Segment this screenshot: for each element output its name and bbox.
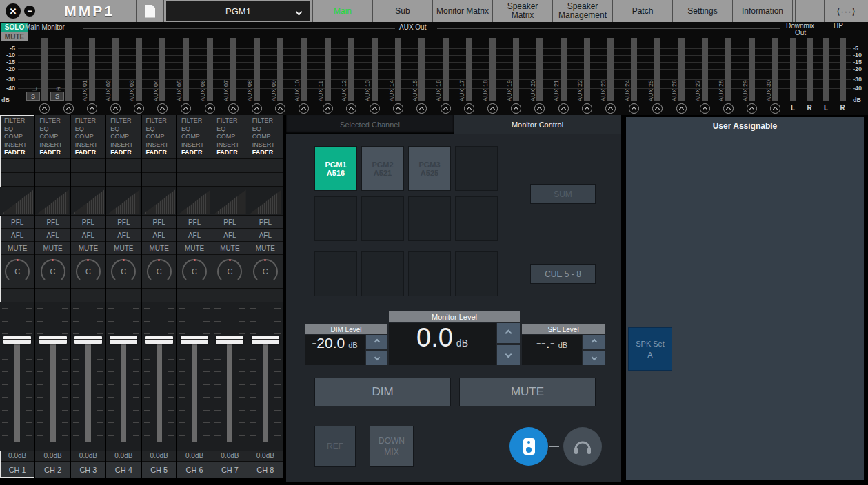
meter-over-icon[interactable] <box>747 103 757 114</box>
channel-name[interactable]: CH 6 <box>177 462 212 478</box>
channel-name[interactable]: CH 3 <box>71 462 105 478</box>
dim-button[interactable]: DIM <box>314 378 451 406</box>
meter-over-icon[interactable] <box>87 103 97 114</box>
tab-patch[interactable]: Patch <box>612 0 672 22</box>
fader-handle[interactable] <box>252 336 279 344</box>
mute-button[interactable]: MUTE <box>106 242 141 255</box>
downmix-button[interactable]: DOWN MIX <box>370 426 414 467</box>
meter-over-icon[interactable] <box>558 103 569 114</box>
headphone-output-button[interactable] <box>563 427 602 466</box>
comp-curve-display[interactable] <box>177 187 212 216</box>
meter-over-icon[interactable] <box>487 103 498 114</box>
meter-over-icon[interactable] <box>511 103 521 114</box>
meter-solo-button[interactable]: S <box>50 92 64 101</box>
eq-display[interactable] <box>248 159 283 173</box>
meter-over-icon[interactable] <box>63 103 74 114</box>
comp-curve-display[interactable] <box>106 187 141 216</box>
afl-button[interactable]: AFL <box>0 229 34 242</box>
meter-over-icon[interactable] <box>770 103 780 114</box>
meter-over-icon[interactable] <box>346 103 356 114</box>
processing-block[interactable]: FILTEREQCOMPINSERTFADER <box>212 115 247 159</box>
source-button-empty[interactable] <box>361 196 404 241</box>
tab-selected-channel[interactable]: Selected Channel <box>286 115 454 134</box>
fader-handle[interactable] <box>145 336 173 344</box>
meter-over-icon[interactable] <box>700 103 710 114</box>
source-button-pgm2[interactable]: PGM2 A521 <box>361 146 404 191</box>
fader-handle[interactable] <box>39 336 67 344</box>
meter-over-icon[interactable] <box>323 103 333 114</box>
source-button-empty[interactable] <box>408 251 451 296</box>
meter-over-icon[interactable] <box>464 103 474 114</box>
monitor-mute-button[interactable]: MUTE <box>459 378 596 406</box>
meter-over-icon[interactable] <box>134 103 144 114</box>
mute-button[interactable]: MUTE <box>35 242 70 255</box>
processing-block[interactable]: FILTEREQCOMPINSERTFADER <box>177 115 212 159</box>
meter-over-icon[interactable] <box>629 103 639 114</box>
afl-button[interactable]: AFL <box>71 229 105 242</box>
pfl-button[interactable]: PFL <box>212 216 247 229</box>
ref-button[interactable]: REF <box>314 426 356 467</box>
afl-button[interactable]: AFL <box>106 229 141 242</box>
dynamics-display[interactable] <box>106 173 141 187</box>
tab-settings[interactable]: Settings <box>672 0 732 22</box>
meter-over-icon[interactable] <box>252 103 262 114</box>
dynamics-display[interactable] <box>71 173 105 187</box>
tab-monitor-matrix[interactable]: Monitor Matrix <box>432 0 492 22</box>
channel-name[interactable]: CH 5 <box>142 462 176 478</box>
fader-handle[interactable] <box>216 336 243 344</box>
source-button-empty[interactable] <box>408 196 451 241</box>
sum-button[interactable]: SUM <box>530 184 596 204</box>
minimize-icon[interactable]: − <box>24 6 35 17</box>
cue-5-8-button[interactable]: CUE 5 - 8 <box>530 264 596 284</box>
spl-level-up-button[interactable] <box>583 335 605 349</box>
dynamics-display[interactable] <box>212 173 247 187</box>
pfl-button[interactable]: PFL <box>0 216 34 229</box>
mute-button[interactable]: MUTE <box>142 242 176 255</box>
pan-knob[interactable]: C <box>182 259 207 284</box>
comp-curve-display[interactable] <box>212 187 247 216</box>
dim-level-down-button[interactable] <box>366 351 387 365</box>
mute-button[interactable]: MUTE <box>177 242 212 255</box>
meter-over-icon[interactable] <box>723 103 734 114</box>
channel-name[interactable]: CH 2 <box>35 462 70 478</box>
source-button-pgm1[interactable]: PGM1 A516 <box>314 146 357 191</box>
pan-knob[interactable]: C <box>41 259 65 284</box>
dim-level-up-button[interactable] <box>366 335 387 349</box>
afl-button[interactable]: AFL <box>142 229 176 242</box>
meter-over-icon[interactable] <box>393 103 403 114</box>
source-button-empty[interactable] <box>361 251 404 296</box>
mute-button[interactable]: MUTE <box>71 242 105 255</box>
tab-main[interactable]: Main <box>312 0 372 22</box>
comp-curve-display[interactable] <box>248 187 283 216</box>
meter-over-icon[interactable] <box>652 103 663 114</box>
afl-button[interactable]: AFL <box>248 229 283 242</box>
comp-curve-display[interactable] <box>71 187 105 216</box>
close-icon[interactable]: ✕ <box>6 3 21 19</box>
eq-display[interactable] <box>142 159 176 173</box>
mute-button[interactable]: MUTE <box>248 242 283 255</box>
pan-knob[interactable]: C <box>217 259 242 284</box>
channel-name[interactable]: CH 8 <box>248 462 283 478</box>
meter-over-icon[interactable] <box>299 103 309 114</box>
meter-over-icon[interactable] <box>605 103 616 114</box>
meter-over-icon[interactable] <box>582 103 592 114</box>
pan-knob[interactable]: C <box>111 259 136 284</box>
scene-dropdown[interactable]: PGM1 <box>166 1 310 21</box>
tab-monitor-control[interactable]: Monitor Control <box>454 115 621 134</box>
comp-curve-display[interactable] <box>35 187 70 216</box>
meter-over-icon[interactable] <box>534 103 545 114</box>
comp-curve-display[interactable] <box>142 187 176 216</box>
monitor-level-up-button[interactable] <box>497 323 520 343</box>
channel-name[interactable]: CH 4 <box>106 462 141 478</box>
meter-over-icon[interactable] <box>676 103 687 114</box>
eq-display[interactable] <box>177 159 212 173</box>
pan-knob[interactable]: C <box>253 259 278 284</box>
fader-handle[interactable] <box>110 336 137 344</box>
processing-block[interactable]: FILTEREQCOMPINSERTFADER <box>142 115 176 159</box>
eq-display[interactable] <box>35 159 70 173</box>
source-button-empty[interactable] <box>314 251 357 296</box>
tab-speaker-management[interactable]: Speaker Management <box>552 0 612 22</box>
processing-block[interactable]: FILTEREQCOMPINSERTFADER <box>71 115 105 159</box>
processing-block[interactable]: FILTEREQCOMPINSERTFADER <box>248 115 283 159</box>
solo-indicator[interactable]: SOLO <box>1 23 28 32</box>
